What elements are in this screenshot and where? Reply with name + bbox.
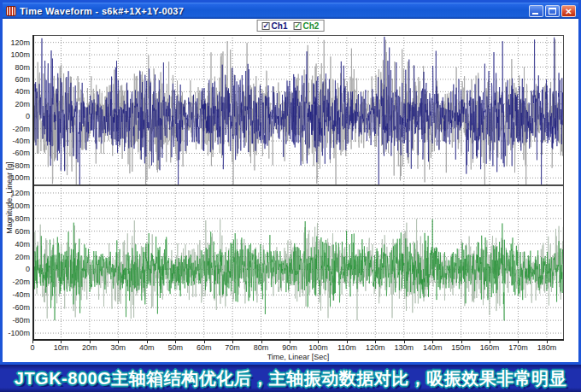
window-titlebar[interactable]: Time Waveform - s6k#+1X+1Y-0037 ✕ [3, 3, 578, 19]
y-tick-label: 0 [8, 266, 30, 273]
y-tick-label: -60m [8, 304, 30, 312]
screenshot-root: Time Waveform - s6k#+1X+1Y-0037 ✕ ✓Ch1✓C… [0, 0, 581, 392]
window-controls: ✕ [529, 5, 576, 17]
y-tick-label: -40m [8, 291, 30, 299]
y-tick-label: 20m [8, 101, 30, 108]
legend: ✓Ch1✓Ch2 [257, 20, 325, 32]
close-icon: ✕ [562, 6, 575, 16]
y-tick-label: 80m [8, 64, 30, 72]
x-tick-mark [61, 341, 62, 343]
legend-item-ch2[interactable]: ✓Ch2 [294, 21, 320, 31]
x-tick-mark [32, 341, 33, 343]
caption-banner: JTGK-800G主轴箱结构优化后，主轴振动数据对比，吸振效果非常明显 [0, 365, 581, 392]
x-tick-label: 180m [530, 343, 564, 352]
minimize-icon [532, 13, 538, 15]
y-tick-label: 60m [8, 76, 30, 84]
y-tick-label: 120m [8, 39, 30, 47]
legend-label: Ch1 [272, 21, 288, 31]
x-tick-mark [490, 341, 490, 343]
close-button[interactable]: ✕ [561, 5, 576, 17]
y-tick-label: -20m [8, 278, 30, 286]
app-icon [6, 6, 16, 16]
y-tick-label: 0 [8, 113, 30, 120]
y-tick-label: 80m [8, 215, 30, 223]
y-tick-label: 40m [8, 241, 30, 249]
x-tick-mark [147, 341, 148, 343]
maximize-icon [549, 8, 556, 15]
x-tick-mark [204, 341, 205, 343]
app-window: Time Waveform - s6k#+1X+1Y-0037 ✕ ✓Ch1✓C… [0, 0, 581, 365]
y-tick-label: -40m [8, 137, 30, 145]
x-tick-mark [518, 341, 519, 343]
x-tick-mark [118, 341, 119, 343]
x-tick-mark [432, 341, 433, 343]
y-tick-label: 20m [8, 254, 30, 261]
y-tick-label: -100m [8, 330, 30, 337]
checkbox-checked-icon[interactable]: ✓ [262, 22, 270, 30]
y-tick-label: 60m [8, 228, 30, 236]
x-tick-mark [318, 341, 319, 343]
x-tick-mark [347, 341, 348, 343]
window-title: Time Waveform - s6k#+1X+1Y-0037 [20, 6, 529, 16]
x-tick-mark [232, 341, 233, 343]
y-tick-label: -80m [8, 317, 30, 325]
y-tick-label: 100m [8, 51, 30, 59]
x-tick-mark [404, 341, 405, 343]
minimize-button[interactable] [529, 5, 543, 17]
x-tick-mark [547, 341, 548, 343]
y-tick-label: -80m [8, 162, 30, 170]
ch1-waveform [32, 37, 564, 185]
maximize-button[interactable] [545, 5, 560, 17]
legend-label: Ch2 [303, 21, 320, 31]
y-tick-label: -100m [8, 174, 30, 182]
waveform-panel-ch2[interactable] [32, 185, 564, 341]
y-tick-label: 120m [8, 190, 30, 197]
x-tick-mark [261, 341, 262, 343]
waveform-panel-ch1[interactable] [32, 35, 564, 185]
chart-area: ✓Ch1✓Ch2 Magnitude, Linear [g] 120m100m8… [3, 19, 578, 362]
checkbox-checked-icon[interactable]: ✓ [294, 22, 302, 30]
y-tick-label: 40m [8, 88, 30, 96]
y-tick-label: -60m [8, 149, 30, 157]
legend-item-ch1[interactable]: ✓Ch1 [262, 21, 288, 31]
x-tick-mark [375, 341, 376, 343]
x-tick-mark [175, 341, 176, 343]
x-tick-mark [461, 341, 462, 343]
y-tick-label: 100m [8, 202, 30, 210]
y-tick-label: -20m [8, 126, 30, 133]
x-axis-title: Time, Linear [Sec] [32, 353, 564, 361]
x-tick-mark [90, 341, 91, 343]
x-tick-mark [290, 341, 290, 343]
